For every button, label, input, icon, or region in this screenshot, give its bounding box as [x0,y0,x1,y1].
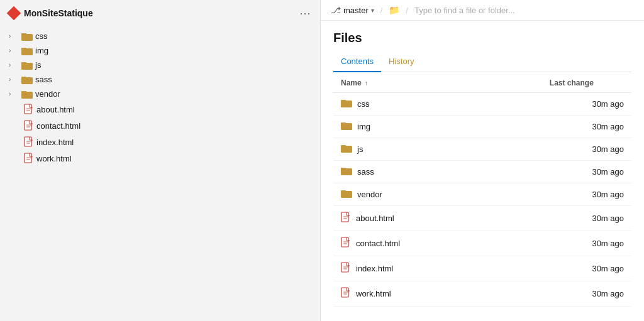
file-icon [24,136,34,148]
folder-icon [341,121,352,132]
file-name-label: contact.html [356,239,400,248]
right-toolbar: ⎇ master ▾ / 📁 / Type to find a file or … [321,0,644,21]
svg-rect-10 [25,104,31,114]
chevron-right-icon: › [9,76,19,83]
svg-rect-1 [21,33,26,35]
sort-arrow-icon: ↑ [365,80,368,87]
folder-icon [21,75,33,84]
folder-icon [21,46,33,55]
table-row[interactable]: work.html30m ago [333,281,631,307]
folder-icon [21,90,33,99]
last-change-cell: 30m ago [542,93,631,116]
last-change-cell: 30m ago [542,183,631,206]
last-change-cell: 30m ago [542,161,631,183]
file-icon [341,237,351,250]
tree-item-label: css [35,31,48,41]
file-name-label: img [357,122,370,131]
file-icon [341,212,351,225]
file-icon [341,262,351,275]
right-content: Files ContentsHistory Name ↑ Last change… [321,21,644,321]
tree-folder-item[interactable]: ›css [0,29,320,43]
tabs-container: ContentsHistory [333,53,631,72]
col-change-header: Last change [542,72,631,93]
file-name-cell: sass [333,161,542,183]
svg-rect-12 [25,137,31,146]
search-input[interactable]: Type to find a file or folder... [414,6,634,15]
svg-rect-23 [341,190,346,192]
chevron-down-icon: ▾ [371,7,374,14]
table-row[interactable]: vendor30m ago [333,183,631,206]
svg-rect-21 [341,168,346,170]
path-separator: / [380,6,383,15]
svg-rect-5 [21,62,26,64]
page-title: Files [333,31,631,45]
svg-rect-3 [21,48,26,50]
tab-history[interactable]: History [381,53,421,72]
last-change-cell: 30m ago [542,116,631,138]
table-row[interactable]: contact.html30m ago [333,231,631,256]
table-row[interactable]: img30m ago [333,116,631,138]
file-icon [24,104,34,115]
svg-rect-27 [341,288,348,297]
tab-contents[interactable]: Contents [333,53,381,72]
svg-rect-9 [21,91,26,93]
svg-rect-19 [341,145,346,147]
last-change-cell: 30m ago [542,231,631,256]
table-row[interactable]: about.html30m ago [333,206,631,231]
file-icon [341,287,351,300]
tree-item-label: sass [35,75,52,84]
tree-folder-item[interactable]: ›js [0,58,320,72]
file-icon [24,120,34,131]
file-name-cell: about.html [333,206,542,231]
left-panel: MonSiteStatique ⋯ ›css›img›js›sass›vendo… [0,0,321,321]
branch-icon: ⎇ [331,5,341,15]
more-options-icon[interactable]: ⋯ [299,6,311,20]
folder-icon [341,166,352,177]
file-name-label: about.html [356,214,394,223]
tree-file-item[interactable]: work.html [0,150,320,166]
tree-file-item[interactable]: about.html [0,101,320,117]
chevron-right-icon: › [9,90,19,97]
last-change-cell: 30m ago [542,281,631,307]
file-name-cell: contact.html [333,231,542,256]
tree-folder-item[interactable]: ›sass [0,72,320,87]
table-row[interactable]: css30m ago [333,93,631,116]
svg-rect-7 [21,77,26,79]
last-change-cell: 30m ago [542,138,631,161]
file-name-cell: vendor [333,183,542,206]
file-name-cell: css [333,93,542,116]
left-header: MonSiteStatique ⋯ [0,0,320,26]
file-name-label: js [357,144,363,154]
last-change-cell: 30m ago [542,206,631,231]
table-row[interactable]: sass30m ago [333,161,631,183]
branch-selector[interactable]: ⎇ master ▾ [331,5,374,15]
repo-title: MonSiteStatique [24,8,93,18]
tree-item-label: img [35,46,48,55]
tree-folder-item[interactable]: ›img [0,43,320,58]
last-change-cell: 30m ago [542,256,631,281]
file-icon [24,153,34,164]
table-row[interactable]: index.html30m ago [333,256,631,281]
svg-rect-17 [341,122,346,124]
file-name-label: sass [357,167,374,177]
tree-item-label: js [35,60,41,70]
repo-title-area: MonSiteStatique [9,8,93,18]
tree-item-label: vendor [35,89,60,99]
file-name-label: vendor [357,190,382,199]
svg-rect-11 [25,121,31,130]
branch-name: master [343,6,369,15]
table-row[interactable]: js30m ago [333,138,631,161]
tree-file-item[interactable]: contact.html [0,117,320,134]
files-table: Name ↑ Last change css30m agoimg30m agoj… [333,72,631,307]
tree-file-item[interactable]: index.html [0,134,320,150]
file-name-label: css [357,99,370,109]
file-name-cell: index.html [333,256,542,281]
right-panel: ⎇ master ▾ / 📁 / Type to find a file or … [321,0,644,321]
tree-folder-item[interactable]: ›vendor [0,87,320,101]
col-name-header: Name ↑ [333,72,542,93]
file-name-label: index.html [356,264,393,273]
svg-rect-25 [341,237,348,247]
svg-rect-15 [341,100,346,102]
folder-icon [21,32,33,41]
svg-rect-24 [341,212,348,222]
